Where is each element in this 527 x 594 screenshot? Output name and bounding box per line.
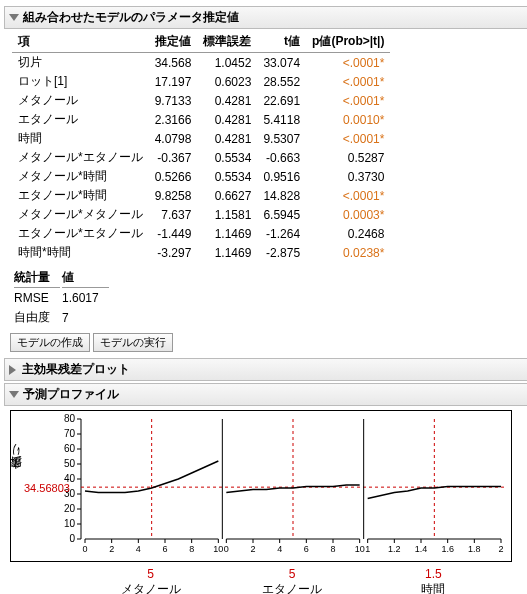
svg-text:4: 4 — [136, 544, 141, 554]
cell-t: -0.663 — [257, 148, 306, 167]
cell-se: 0.4281 — [197, 129, 257, 148]
y-axis-label: 歩留まり — [8, 450, 25, 478]
svg-text:8: 8 — [189, 544, 194, 554]
chevron-down-icon — [9, 14, 19, 21]
table-row: 時間*時間-3.2971.1469-2.8750.0238* — [12, 243, 390, 262]
col-est: 推定値 — [149, 31, 198, 53]
make-model-button[interactable]: モデルの作成 — [10, 333, 90, 352]
cell-se: 0.5534 — [197, 167, 257, 186]
svg-text:10: 10 — [355, 544, 365, 554]
svg-text:2: 2 — [498, 544, 503, 554]
cell-p: 0.5287 — [306, 148, 390, 167]
cell-term: エタノール — [12, 110, 149, 129]
factor-name: メタノール — [80, 581, 221, 594]
y-current-value: 34.56803 — [24, 482, 70, 494]
knob-value: 5 — [80, 567, 221, 581]
svg-text:6: 6 — [304, 544, 309, 554]
cell-se: 0.4281 — [197, 110, 257, 129]
cell-t: -1.264 — [257, 224, 306, 243]
svg-text:1.4: 1.4 — [415, 544, 428, 554]
cell-term: エタノール*時間 — [12, 186, 149, 205]
col-se: 標準誤差 — [197, 31, 257, 53]
cell-est: 9.7133 — [149, 91, 198, 110]
cell-est: 17.197 — [149, 72, 198, 91]
cell-p: <.0001* — [306, 186, 390, 205]
chevron-down-icon — [9, 391, 19, 398]
param-estimates-table: 項 推定値 標準誤差 t値 p値(Prob>|t|) 切片34.5681.045… — [12, 31, 390, 262]
cell-term: 切片 — [12, 53, 149, 73]
run-model-button[interactable]: モデルの実行 — [93, 333, 173, 352]
cell-term: メタノール*エタノール — [12, 148, 149, 167]
cell-est: 0.5266 — [149, 167, 198, 186]
cell-est: 7.637 — [149, 205, 198, 224]
table-row: 時間4.07980.42819.5307<.0001* — [12, 129, 390, 148]
table-row: エタノール*時間9.82580.662714.828<.0001* — [12, 186, 390, 205]
cell-p: 0.0238* — [306, 243, 390, 262]
cell-se: 0.5534 — [197, 148, 257, 167]
svg-text:70: 70 — [64, 428, 76, 439]
knob-value: 5 — [221, 567, 362, 581]
cell-est: 4.0798 — [149, 129, 198, 148]
table-row: ロット[1]17.1970.602328.552<.0001* — [12, 72, 390, 91]
svg-text:80: 80 — [64, 413, 76, 424]
table-row: メタノール9.71330.428122.691<.0001* — [12, 91, 390, 110]
svg-text:4: 4 — [277, 544, 282, 554]
cell-p: 0.0003* — [306, 205, 390, 224]
table-row: エタノール2.31660.42815.41180.0010* — [12, 110, 390, 129]
cell-t: -2.875 — [257, 243, 306, 262]
section-header-prediction-profiler[interactable]: 予測プロファイル — [4, 383, 527, 406]
section-header-residual-plot[interactable]: 主効果残差プロット — [4, 358, 527, 381]
svg-text:0: 0 — [82, 544, 87, 554]
stats-col-name: 統計量 — [14, 268, 60, 288]
profiler-plot[interactable]: 010203040506070800246810024681011.21.41.… — [10, 410, 512, 562]
prediction-profiler: 歩留まり 34.56803 01020304050607080024681002… — [10, 410, 527, 594]
cell-se: 0.6023 — [197, 72, 257, 91]
cell-t: 33.074 — [257, 53, 306, 73]
section-title: 予測プロファイル — [23, 386, 119, 403]
col-p: p値(Prob>|t|) — [306, 31, 390, 53]
table-row: メタノール*時間0.52660.55340.95160.3730 — [12, 167, 390, 186]
cell-stat-name: 自由度 — [14, 308, 60, 327]
cell-p: 0.2468 — [306, 224, 390, 243]
table-row: 切片34.5681.045233.074<.0001* — [12, 53, 390, 73]
svg-text:8: 8 — [330, 544, 335, 554]
cell-t: 5.4118 — [257, 110, 306, 129]
section-header-param-estimates[interactable]: 組み合わせたモデルのパラメータ推定値 — [4, 6, 527, 29]
cell-t: 22.691 — [257, 91, 306, 110]
cell-est: -1.449 — [149, 224, 198, 243]
svg-text:10: 10 — [213, 544, 223, 554]
cell-se: 1.1469 — [197, 243, 257, 262]
cell-p: 0.0010* — [306, 110, 390, 129]
svg-text:60: 60 — [64, 443, 76, 454]
cell-est: -0.367 — [149, 148, 198, 167]
cell-p: <.0001* — [306, 129, 390, 148]
table-row: 自由度7 — [14, 308, 109, 327]
cell-stat-name: RMSE — [14, 290, 60, 306]
factor-name: 時間 — [363, 581, 504, 594]
cell-term: メタノール — [12, 91, 149, 110]
cell-t: 6.5945 — [257, 205, 306, 224]
svg-text:1: 1 — [365, 544, 370, 554]
col-t: t値 — [257, 31, 306, 53]
cell-p: <.0001* — [306, 91, 390, 110]
cell-se: 1.1581 — [197, 205, 257, 224]
cell-se: 0.6627 — [197, 186, 257, 205]
cell-t: 28.552 — [257, 72, 306, 91]
factor-name: エタノール — [221, 581, 362, 594]
svg-text:20: 20 — [64, 503, 76, 514]
cell-p: <.0001* — [306, 53, 390, 73]
cell-se: 1.1469 — [197, 224, 257, 243]
cell-se: 0.4281 — [197, 91, 257, 110]
cell-est: -3.297 — [149, 243, 198, 262]
cell-term: ロット[1] — [12, 72, 149, 91]
svg-text:1.8: 1.8 — [468, 544, 481, 554]
table-row: メタノール*エタノール-0.3670.5534-0.6630.5287 — [12, 148, 390, 167]
chevron-right-icon — [9, 365, 16, 375]
cell-est: 2.3166 — [149, 110, 198, 129]
cell-stat-val: 1.6017 — [62, 290, 109, 306]
svg-text:1.6: 1.6 — [441, 544, 454, 554]
svg-text:2: 2 — [250, 544, 255, 554]
cell-term: 時間*時間 — [12, 243, 149, 262]
knob-value: 1.5 — [363, 567, 504, 581]
cell-term: 時間 — [12, 129, 149, 148]
